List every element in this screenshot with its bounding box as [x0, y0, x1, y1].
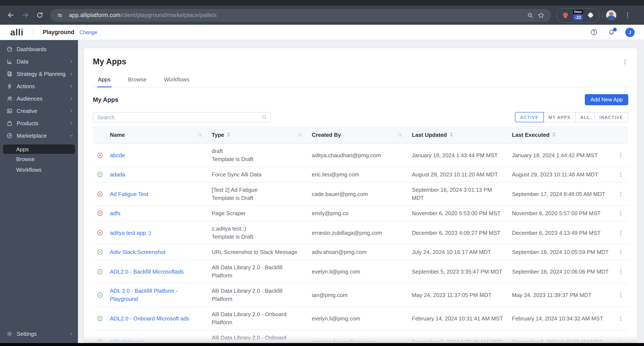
- app-name-link[interactable]: Adiv Slack Screenshot: [110, 249, 165, 255]
- row-menu-icon[interactable]: [613, 229, 628, 236]
- screen: app.alliplatform.com/client/playground/m…: [0, 0, 644, 346]
- change-workspace-link[interactable]: Change: [80, 29, 97, 35]
- app-name-link[interactable]: adfs: [110, 210, 120, 216]
- column-header-created-by[interactable]: Created By: [308, 131, 408, 138]
- table-row: ADL2.0 - Backfill Microsoftads Alli Data…: [93, 260, 628, 283]
- back-icon[interactable]: [4, 8, 18, 22]
- type-line-1: URL Screenshot to Slack Message: [212, 248, 304, 256]
- row-menu-icon[interactable]: [613, 171, 628, 178]
- app-name-link[interactable]: Ad Fatigue Test: [110, 191, 148, 197]
- app-name-link[interactable]: adada: [110, 171, 125, 178]
- sidebar-item-icon: [6, 331, 13, 337]
- filter-all[interactable]: ALL: [576, 112, 595, 122]
- chevron-icon: [69, 121, 74, 126]
- column-header-last-executed[interactable]: Last Executed: [508, 131, 613, 138]
- sidebar-item-products[interactable]: Products: [0, 117, 78, 130]
- chevron-icon: [69, 331, 74, 336]
- type-line-1: Alli Data Library 2.0 - Backfill Platfor…: [212, 287, 304, 303]
- sidebar-item-label: Creative: [16, 108, 37, 114]
- row-menu-icon[interactable]: [613, 315, 628, 321]
- sidebar-item-actions[interactable]: Actions: [0, 80, 78, 93]
- window-top-strip: [0, 0, 644, 6]
- sidebar-item-browse[interactable]: Browse: [0, 154, 78, 164]
- browser-menu-icon[interactable]: [620, 8, 635, 22]
- sort-icon[interactable]: [552, 132, 556, 137]
- tab-workflows[interactable]: Workflows: [163, 73, 190, 87]
- sidebar-item-label: Strategy & Planning: [16, 71, 66, 77]
- column-search-icon[interactable]: [197, 132, 203, 137]
- column-header-type[interactable]: Type: [208, 131, 308, 138]
- strawberry-extension-icon[interactable]: [560, 10, 570, 20]
- tab-browse[interactable]: Browse: [127, 73, 147, 87]
- help-icon[interactable]: [590, 29, 598, 36]
- name-cell: ADL 2.0 - Backfill Platform - Playground: [106, 287, 208, 303]
- zoom-out-icon[interactable]: [525, 10, 536, 21]
- add-new-app-button[interactable]: Add New App: [585, 94, 628, 105]
- row-menu-icon[interactable]: [613, 152, 628, 158]
- sidebar-item-settings[interactable]: Settings: [0, 328, 78, 340]
- column-header-last-updated[interactable]: Last Updated: [408, 131, 508, 138]
- sidebar-item-strategy-planning[interactable]: Strategy & Planning: [0, 68, 78, 80]
- row-menu-icon[interactable]: [613, 292, 628, 298]
- alli-logo[interactable]: alli: [10, 27, 24, 37]
- sidebar-item-workflows[interactable]: Workflows: [0, 164, 78, 175]
- browser-profile-avatar[interactable]: [606, 10, 616, 20]
- row-menu-icon[interactable]: [613, 210, 628, 216]
- type-cell: [Test 2] Ad Fatigue Template is Draft: [208, 186, 308, 202]
- status-icon: [96, 315, 103, 321]
- days-extension-badge[interactable]: Days -22: [573, 10, 583, 21]
- site-settings-icon[interactable]: [54, 10, 66, 21]
- status-cell: [93, 152, 106, 158]
- app-name-link[interactable]: ADL2.0 - Onboard Microsoft ads: [110, 315, 189, 321]
- name-cell: adada: [106, 170, 208, 179]
- column-search-icon[interactable]: [398, 132, 403, 137]
- name-cell: abcde: [106, 151, 208, 159]
- reload-icon[interactable]: [32, 8, 47, 22]
- sidebar-nav: Dashboards Data Strategy & Planning Acti…: [0, 40, 78, 142]
- sidebar-item-dashboards[interactable]: Dashboards: [0, 43, 78, 55]
- row-menu-icon[interactable]: [613, 268, 628, 275]
- last-executed-cell: September 16, 2024 10:06:06 PM MDT: [508, 267, 613, 275]
- column-header-name[interactable]: Name: [106, 131, 208, 138]
- row-menu-icon[interactable]: [613, 249, 628, 255]
- apps-table: Name Type Created By Last Updated Last E…: [84, 126, 637, 342]
- tab-apps[interactable]: Apps: [97, 73, 112, 87]
- search-icon[interactable]: [262, 114, 268, 122]
- bookmark-star-icon[interactable]: [536, 10, 547, 21]
- status-cell: [93, 229, 106, 236]
- column-search-icon[interactable]: [297, 132, 303, 137]
- status-icon: [96, 171, 103, 178]
- last-updated-cell: May 24, 2023 11:37:05 PM MDT: [408, 291, 508, 299]
- app-name-link[interactable]: aditya test app :): [110, 229, 151, 236]
- sidebar-item-creative[interactable]: Creative: [0, 105, 78, 117]
- notifications-bell[interactable]: [608, 29, 615, 36]
- app-name-link[interactable]: abcde: [110, 152, 125, 158]
- row-menu-icon[interactable]: [613, 191, 628, 197]
- search-input[interactable]: [93, 112, 271, 122]
- extensions-puzzle-icon[interactable]: [586, 10, 596, 20]
- forward-icon[interactable]: [18, 8, 32, 22]
- sidebar-item-label: Products: [16, 120, 38, 127]
- sidebar-item-data[interactable]: Data: [0, 55, 78, 68]
- filter-active[interactable]: ACTIVE: [515, 112, 544, 122]
- filter-my-apps[interactable]: MY APPS: [544, 112, 576, 122]
- type-line-1: Page Scraper: [212, 209, 304, 217]
- sort-icon[interactable]: [227, 132, 231, 137]
- filter-group: ACTIVEMY APPSALLINACTIVE: [516, 112, 628, 122]
- sidebar-item-marketplace[interactable]: Marketplace: [0, 130, 78, 142]
- url-path: /client/playground/marketplace/pallets: [120, 12, 217, 18]
- url-bar[interactable]: app.alliplatform.com/client/playground/m…: [50, 9, 551, 22]
- sort-icon[interactable]: [450, 132, 454, 137]
- workspace-name: Playground: [42, 29, 74, 35]
- app-name-link[interactable]: ADL 2.0 - Backfill Platform - Playground: [110, 288, 178, 302]
- last-executed-cell: September 17, 2024 8:48:05 AM MDT: [508, 190, 613, 198]
- user-avatar[interactable]: J: [625, 28, 635, 37]
- sidebar-item-apps[interactable]: Apps: [3, 144, 75, 154]
- sidebar-item-audiences[interactable]: Audiences: [0, 93, 78, 105]
- filter-inactive[interactable]: INACTIVE: [595, 112, 628, 122]
- type-line-1: Force Sync Alli Data: [212, 170, 304, 179]
- app-name-link[interactable]: ADL2.0 - Backfill Microsoftads: [110, 268, 184, 275]
- card-menu-icon[interactable]: [622, 59, 628, 65]
- type-cell: Alli Data Library 2.0 - Onboard Platform: [208, 310, 308, 326]
- sidebar-sub-item-label: Browse: [16, 156, 35, 162]
